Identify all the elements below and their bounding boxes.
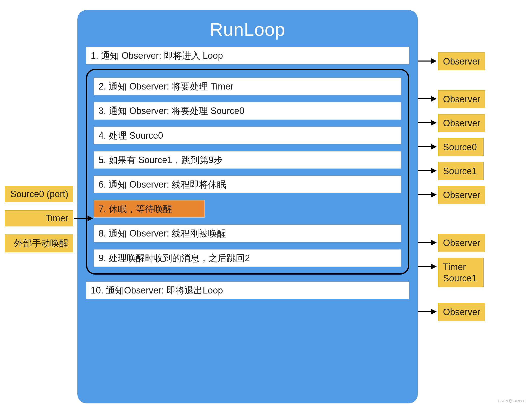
- arrow-timer-to-step7: [74, 218, 92, 219]
- right-label-8: Observer: [438, 234, 485, 252]
- loop-inner-box: 2. 通知 Observer: 将要处理 Timer 3. 通知 Observe…: [86, 69, 409, 275]
- right-label-2: Observer: [438, 90, 485, 108]
- right-label-1: Observer: [438, 52, 485, 70]
- left-label-timer: Timer: [5, 210, 73, 226]
- left-label-manual: 外部手动唤醒: [5, 234, 73, 252]
- step-2: 2. 通知 Observer: 将要处理 Timer: [94, 78, 401, 95]
- diagram-stage: RunLoop 1. 通知 Observer: 即将进入 Loop 2. 通知 …: [5, 10, 527, 403]
- left-label-source0: Source0 (port): [5, 186, 73, 202]
- arrow-step9: [418, 266, 436, 267]
- arrow-step8: [418, 242, 436, 243]
- arrow-step10: [418, 311, 436, 312]
- right-label-4: Source0: [438, 138, 484, 156]
- right-label-5: Source1: [438, 162, 484, 180]
- arrow-step6: [418, 194, 436, 195]
- right-label-3: Observer: [438, 114, 485, 132]
- right-label-6: Observer: [438, 186, 485, 204]
- panel-title: RunLoop: [86, 19, 409, 40]
- step-6: 6. 通知 Observer: 线程即将休眠: [94, 176, 401, 193]
- step-8: 8. 通知 Observer: 线程刚被唤醒: [94, 225, 401, 242]
- arrow-step5: [418, 170, 436, 171]
- step-9: 9. 处理唤醒时收到的消息，之后跳回2: [94, 249, 401, 267]
- arrow-step4: [418, 146, 436, 147]
- step-7: 7. 休眠，等待唤醒: [94, 200, 205, 218]
- right-label-9: Timer Source1: [438, 258, 484, 287]
- right-label-10: Observer: [438, 303, 485, 321]
- watermark: CSDN @Cross-D: [498, 399, 525, 403]
- step-1: 1. 通知 Observer: 即将进入 Loop: [86, 47, 409, 64]
- arrow-step2: [418, 98, 436, 99]
- arrow-step1: [418, 61, 436, 62]
- step-5: 5. 如果有 Source1，跳到第9步: [94, 151, 401, 169]
- step-4: 4. 处理 Source0: [94, 127, 401, 144]
- step-10: 10. 通知Observer: 即将退出Loop: [86, 282, 409, 299]
- step-3: 3. 通知 Observer: 将要处理 Source0: [94, 102, 401, 120]
- arrow-step3: [418, 122, 436, 123]
- runloop-panel: RunLoop 1. 通知 Observer: 即将进入 Loop 2. 通知 …: [77, 10, 418, 403]
